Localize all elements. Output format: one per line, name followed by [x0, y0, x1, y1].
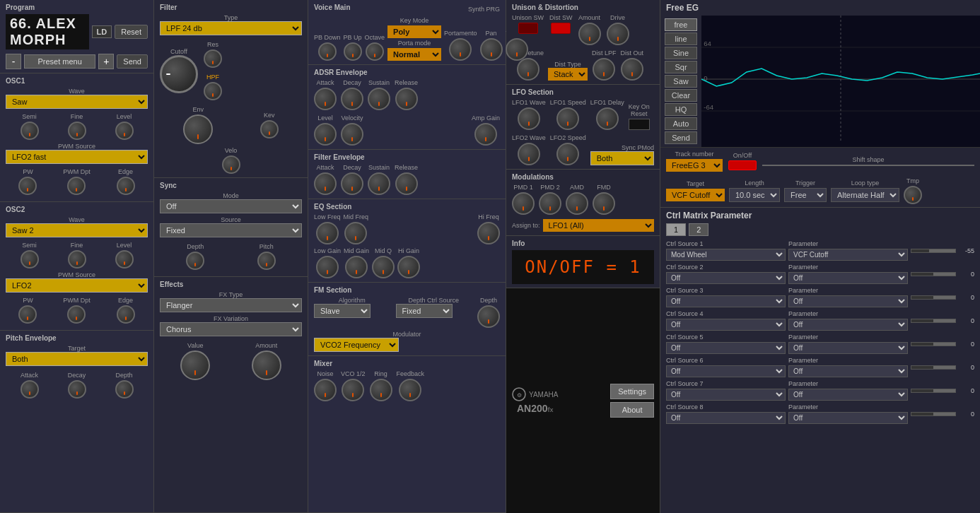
eg-loop-type-select[interactable]: Alternate Half: [831, 188, 899, 202]
ctrl-param-select-5[interactable]: Off: [788, 342, 908, 354]
dist-out-knob[interactable]: [621, 58, 643, 81]
fm-depth-knob[interactable]: [477, 305, 500, 328]
eg-length-select[interactable]: 10.0 sec: [729, 188, 780, 202]
osc1-edge-knob[interactable]: [117, 177, 135, 195]
ctrl-param-select-3[interactable]: Off: [788, 295, 908, 307]
ctrl-source-select-5[interactable]: Off: [666, 342, 786, 354]
osc2-pw-knob[interactable]: [18, 305, 37, 324]
key-mode-select[interactable]: Poly: [387, 25, 441, 38]
pmd2-knob[interactable]: [539, 192, 561, 215]
ctrl-param-select-8[interactable]: Off: [788, 412, 908, 424]
ctrl-param-select-6[interactable]: Off: [788, 365, 908, 377]
effects-value-knob[interactable]: [180, 350, 210, 380]
dist-lpf-knob[interactable]: [593, 58, 615, 81]
eq-midfreq-knob[interactable]: [344, 222, 367, 244]
fm-algorithm-select[interactable]: Slave: [314, 304, 371, 318]
pitch-env-depth-knob[interactable]: [115, 380, 134, 399]
effects-fx-variation-select[interactable]: Chorus: [160, 322, 302, 336]
effects-fx-type-select[interactable]: Flanger: [160, 298, 302, 312]
ctrl-slider-1[interactable]: [911, 249, 956, 253]
amount-knob[interactable]: [578, 23, 601, 45]
lfo1-speed-knob[interactable]: [556, 107, 579, 130]
ctrl-slider-7[interactable]: [911, 389, 956, 393]
osc1-pw-knob[interactable]: [18, 177, 37, 195]
effects-amount-knob[interactable]: [252, 350, 281, 380]
eg-btn-sine[interactable]: Sine: [665, 47, 697, 59]
adsr-attack-knob[interactable]: [314, 88, 337, 110]
adsr-level-knob[interactable]: [314, 123, 337, 146]
ctrl-source-select-2[interactable]: Off: [666, 272, 786, 284]
eq-hifreq-knob[interactable]: [477, 222, 500, 244]
filter-type-select[interactable]: LPF 24 db: [160, 21, 302, 35]
amd-knob[interactable]: [566, 192, 588, 215]
drive-knob[interactable]: [607, 23, 629, 45]
fmd-knob[interactable]: [593, 192, 615, 215]
portamento-knob[interactable]: [449, 38, 472, 61]
lfo2-speed-knob[interactable]: [556, 143, 579, 165]
osc1-wave-select[interactable]: Saw: [6, 95, 148, 109]
reset-button[interactable]: Reset: [115, 25, 148, 39]
eg-trigger-select[interactable]: Free: [784, 188, 827, 202]
ctrl-slider-6[interactable]: [911, 365, 956, 370]
sync-source-select[interactable]: Fixed: [160, 223, 302, 237]
pitch-env-attack-knob[interactable]: [21, 380, 39, 399]
fenv-release-knob[interactable]: [395, 172, 418, 195]
sync-mode-select[interactable]: Off: [160, 199, 302, 213]
ctrl-source-select-1[interactable]: Mod Wheel: [666, 249, 786, 261]
eq-lowfreq-knob[interactable]: [316, 222, 339, 244]
adsr-decay-knob[interactable]: [341, 88, 363, 110]
ctrl-slider-5[interactable]: [911, 342, 956, 346]
adsr-velocity-knob[interactable]: [341, 123, 363, 146]
osc2-edge-knob[interactable]: [117, 305, 135, 324]
lfo1-wave-knob[interactable]: [518, 107, 540, 130]
filter-kev-knob[interactable]: [260, 120, 279, 138]
eq-higain-knob[interactable]: [397, 256, 420, 278]
eg-btn-auto[interactable]: Auto: [665, 117, 697, 130]
ctrl-slider-8[interactable]: [911, 412, 956, 416]
adsr-sustain-knob[interactable]: [368, 88, 390, 110]
fenv-sustain-knob[interactable]: [368, 172, 390, 195]
mixer-feedback-knob[interactable]: [399, 379, 421, 401]
fenv-attack-knob[interactable]: [314, 172, 337, 195]
eg-btn-hq[interactable]: HQ: [665, 103, 697, 116]
osc2-fine-knob[interactable]: [68, 250, 86, 269]
ctrl-slider-2[interactable]: [911, 272, 956, 276]
about-button[interactable]: About: [610, 402, 654, 418]
osc2-level-knob[interactable]: [115, 250, 134, 269]
uni-detune-knob[interactable]: [517, 58, 539, 81]
osc2-wave-select[interactable]: Saw 2: [6, 223, 148, 237]
pitch-env-target-select[interactable]: Both: [6, 352, 148, 366]
fenv-decay-knob[interactable]: [341, 172, 363, 195]
ctrl-param-select-1[interactable]: VCF Cutoff: [788, 249, 908, 261]
mixer-noise-knob[interactable]: [314, 379, 337, 401]
ctrl-slider-4[interactable]: [911, 319, 956, 323]
pan-knob[interactable]: [480, 38, 503, 61]
ctrl-param-select-4[interactable]: Off: [788, 319, 908, 331]
eg-btn-line[interactable]: line: [665, 33, 697, 45]
mixer-vco12-knob[interactable]: [342, 379, 364, 401]
osc1-fine-knob[interactable]: [68, 122, 86, 140]
ctrl-source-select-3[interactable]: Off: [666, 295, 786, 307]
preset-menu-button[interactable]: Preset menu: [24, 54, 95, 69]
ctrl-source-select-7[interactable]: Off: [666, 389, 786, 401]
filter-cutoff-knob[interactable]: [160, 55, 198, 93]
osc1-level-knob[interactable]: [115, 122, 134, 140]
eq-midq-knob[interactable]: [372, 256, 395, 278]
shift-shape-slider[interactable]: [762, 165, 974, 166]
octave-knob[interactable]: [366, 42, 384, 61]
dist-type-select[interactable]: Stack: [548, 68, 588, 81]
track-number-select[interactable]: FreeEG 3: [666, 159, 723, 172]
eq-lowgain-knob[interactable]: [316, 256, 339, 278]
adsr-release-knob[interactable]: [395, 88, 418, 110]
assign-to-select[interactable]: LFO1 (All): [543, 219, 654, 232]
lfo2-wave-knob[interactable]: [518, 143, 540, 165]
dist-sw-led[interactable]: [551, 23, 571, 34]
ctrl-source-select-8[interactable]: Off: [666, 412, 786, 424]
increment-button[interactable]: +: [98, 54, 114, 69]
eg-target-select[interactable]: VCF Cutoff: [666, 189, 725, 201]
volume-knob[interactable]: [506, 38, 528, 61]
osc1-semi-knob[interactable]: [21, 122, 39, 140]
settings-button[interactable]: Settings: [610, 384, 654, 399]
osc2-pwmdpt-knob[interactable]: [67, 305, 86, 324]
sync-pmod-select[interactable]: Both: [590, 151, 654, 165]
